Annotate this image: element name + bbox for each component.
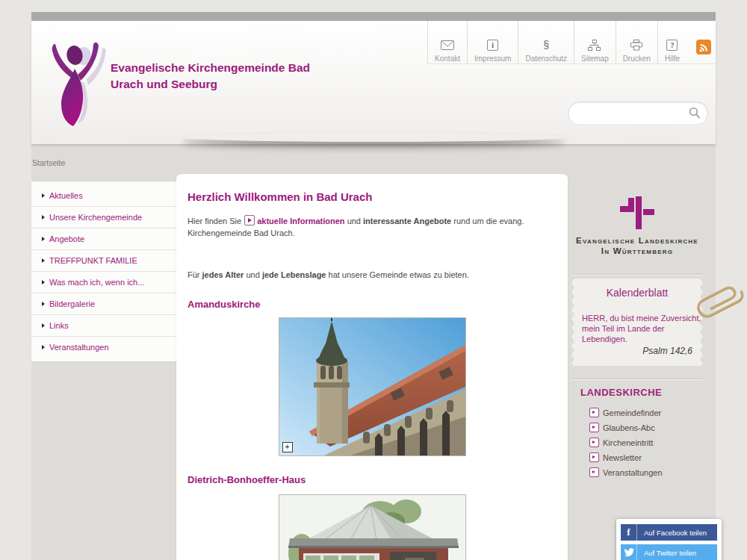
sitemap-icon xyxy=(588,39,601,51)
nav-label: Datenschutz xyxy=(525,55,567,63)
kalenderblatt-paper: Kalenderblatt HERR, du bist meine Zuvers… xyxy=(571,279,703,366)
nav-label: Sitemap xyxy=(581,55,609,63)
figure-logo-icon[interactable] xyxy=(42,36,111,127)
sidebar-item-label: Veranstaltungen xyxy=(49,343,109,352)
landeskirche-links-heading: LANDESKIRCHE xyxy=(580,387,703,398)
elk-text-line2: In Württemberg xyxy=(571,246,703,256)
twitter-icon xyxy=(621,544,637,560)
sidebar-item-label: Links xyxy=(49,321,69,330)
question-box-icon: ? xyxy=(666,39,678,51)
top-gray-bar xyxy=(31,12,716,21)
second-paragraph: Für jedes Alter und jede Lebenslage hat … xyxy=(187,269,557,281)
sidebar-item-angebote[interactable]: Angebote xyxy=(31,228,178,249)
intro-bold: interessante Angebote xyxy=(363,217,451,225)
site-title-line1: Evangelische Kirchengemeinde Bad xyxy=(111,60,365,76)
divider xyxy=(571,274,703,275)
zoom-in-icon[interactable]: + xyxy=(282,442,293,452)
para2-bold1: jedes Alter xyxy=(202,270,244,279)
para2-prefix: Für xyxy=(187,270,202,279)
sidebar-menu: Aktuelles Unsere Kirchengemeinde Angebot… xyxy=(31,181,178,361)
aktuelle-informationen-link[interactable]: aktuelle Informationen xyxy=(257,217,344,225)
facebook-icon: f xyxy=(621,524,637,541)
kalenderblatt-source: Psalm 142,6 xyxy=(571,346,703,356)
sidebar-item-unsere-kirchengemeinde[interactable]: Unsere Kirchengemeinde xyxy=(31,206,178,228)
sidebar-item-aktuelles[interactable]: Aktuelles xyxy=(31,185,178,206)
triangle-bullet-icon xyxy=(42,345,45,349)
intro-prefix: Hier finden Sie xyxy=(187,217,244,225)
bonhoeffer-haus-photo[interactable] xyxy=(279,494,466,560)
section-heading-amanduskirche: Amanduskirche xyxy=(187,299,557,310)
divider xyxy=(571,379,703,379)
section-heading-bonhoeffer: Dietrich-Bonhoeffer-Haus xyxy=(187,474,557,485)
search-input[interactable] xyxy=(577,105,685,122)
nav-item-drucken[interactable]: Drucken xyxy=(616,21,657,63)
search-box xyxy=(568,102,708,125)
site-title-line2: Urach und Seeburg xyxy=(111,76,365,93)
link-label: Newsletter xyxy=(603,453,642,462)
kalenderblatt-verse: HERR, du bist meine Zuversicht, mein Tei… xyxy=(571,313,703,344)
nav-item-sitemap[interactable]: Sitemap xyxy=(574,21,616,63)
play-link-icon xyxy=(589,467,599,477)
link-label: Veranstaltungen xyxy=(603,468,663,477)
page-heading: Herzlich Willkommen in Bad Urach xyxy=(187,190,557,203)
verse-line2: mein Teil im Lande der Lebendigen. xyxy=(582,323,703,344)
triangle-bullet-icon xyxy=(42,302,45,306)
nav-label: Drucken xyxy=(623,55,651,63)
twitter-share-button[interactable]: Auf Twitter teilen xyxy=(621,544,717,560)
facebook-share-label: Auf Facebook teilen xyxy=(637,529,707,537)
sidebar-item-label: Was mach ich, wenn ich... xyxy=(49,278,144,287)
play-link-icon xyxy=(589,452,599,462)
twitter-share-label: Auf Twitter teilen xyxy=(637,549,696,557)
sidebar-item-veranstaltungen[interactable]: Veranstaltungen xyxy=(31,336,178,358)
sidebar-item-label: Angebote xyxy=(49,234,84,243)
para2-suffix: hat unsere Gemeinde etwas zu bieten. xyxy=(326,270,468,279)
intro-paragraph: Hier finden Sie aktuelle Informationen u… xyxy=(187,215,557,239)
site-header: Kontakt i Impressum § Datenschutz Sitema… xyxy=(31,21,716,144)
printer-icon xyxy=(630,39,642,51)
breadcrumb: Startseite xyxy=(32,158,65,167)
sidebar-item-was-mach-ich[interactable]: Was mach ich, wenn ich... xyxy=(31,271,178,293)
para2-mid: und xyxy=(244,270,261,279)
nav-item-impressum[interactable]: i Impressum xyxy=(467,21,518,63)
sidebar-item-label: Aktuelles xyxy=(49,191,83,200)
play-link-icon xyxy=(589,408,599,417)
landeskirche-logo[interactable]: Evangelische Landeskirche In Württemberg xyxy=(571,196,703,256)
kalenderblatt-card: Kalenderblatt HERR, du bist meine Zuvers… xyxy=(571,279,703,366)
kalenderblatt-title: Kalenderblatt xyxy=(571,279,703,299)
triangle-bullet-icon xyxy=(42,280,45,284)
sidebar-item-label: TREFFPUNKT FAMILIE xyxy=(49,256,137,265)
nav-label: Impressum xyxy=(474,55,511,63)
link-label: Glaubens-Abc xyxy=(603,423,655,432)
sidebar-item-bildergalerie[interactable]: Bildergalerie xyxy=(31,293,178,314)
landeskirche-link-veranstaltungen[interactable]: Veranstaltungen xyxy=(589,467,703,477)
facebook-share-button[interactable]: f Auf Facebook teilen xyxy=(621,524,717,541)
mail-icon xyxy=(441,39,454,51)
sidebar-item-treffpunkt-familie[interactable]: TREFFPUNKT FAMILIE xyxy=(31,249,178,271)
sidebar-item-links[interactable]: Links xyxy=(31,314,178,336)
play-link-icon xyxy=(589,423,599,432)
sidebar-item-label: Bildergalerie xyxy=(49,299,95,308)
para2-bold2: jede Lebenslage xyxy=(262,270,326,279)
landeskirche-link-glaubens-abc[interactable]: Glaubens-Abc xyxy=(589,423,703,432)
info-box-icon: i xyxy=(487,39,498,51)
landeskirche-link-gemeindefinder[interactable]: Gemeindefinder xyxy=(589,408,703,417)
search-icon[interactable] xyxy=(689,107,701,122)
main-panel: Herzlich Willkommen in Bad Urach Hier fi… xyxy=(176,174,568,560)
amanduskirche-photo[interactable]: + xyxy=(279,317,466,456)
landeskirche-link-newsletter[interactable]: Newsletter xyxy=(589,452,703,462)
nav-item-kontakt[interactable]: Kontakt xyxy=(427,21,467,63)
link-label: Kircheneintritt xyxy=(603,438,653,447)
sidebar-item-label: Unsere Kirchengemeinde xyxy=(49,213,142,222)
nav-label: Hilfe xyxy=(665,55,680,63)
rss-icon[interactable] xyxy=(696,21,711,63)
triangle-bullet-icon xyxy=(42,215,45,220)
triangle-bullet-icon xyxy=(42,193,45,198)
landeskirche-link-kircheneintritt[interactable]: Kircheneintritt xyxy=(589,438,703,447)
elk-text-line1: Evangelische Landeskirche xyxy=(571,235,703,246)
nav-item-hilfe[interactable]: ? Hilfe xyxy=(657,21,686,63)
link-label: Gemeindefinder xyxy=(603,408,661,417)
triangle-bullet-icon xyxy=(42,237,45,241)
nav-item-datenschutz[interactable]: § Datenschutz xyxy=(518,21,574,63)
triangle-bullet-icon xyxy=(42,258,45,263)
intro-mid: und xyxy=(345,217,363,225)
